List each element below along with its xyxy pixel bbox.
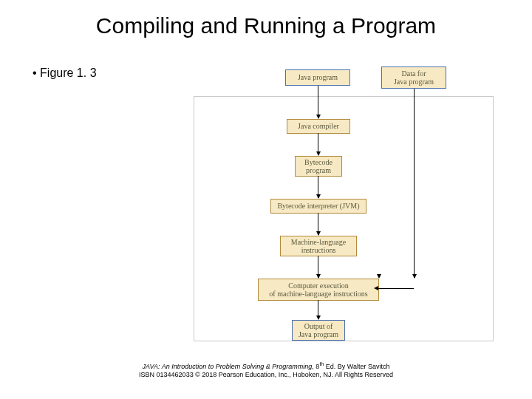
arrow-data	[414, 89, 415, 278]
footer: JAVA: An Introduction to Problem Solving…	[0, 361, 532, 380]
diagram-frame: Java compiler Bytecode program Bytecode …	[194, 96, 494, 341]
arrow-4	[318, 213, 318, 235]
arrow-data-horizontal	[378, 288, 414, 289]
box-bytecode: Bytecode program	[295, 156, 342, 177]
page-title: Compiling and Running a Program	[0, 13, 532, 38]
arrow-data-head	[374, 286, 378, 290]
box-output: Output of Java program	[292, 320, 345, 341]
box-interpreter: Bytecode interpreter (JVM)	[270, 199, 366, 214]
footer-book-title: JAVA: An Introduction to Problem Solving…	[143, 363, 313, 370]
arrow-1	[318, 86, 318, 118]
box-compiler: Java compiler	[287, 119, 350, 134]
footer-line2: ISBN 0134462033 © 2018 Pearson Education…	[0, 371, 532, 380]
footer-line1: JAVA: An Introduction to Problem Solving…	[0, 361, 532, 372]
arrow-3	[318, 176, 318, 198]
box-data-for: Data for Java program	[381, 66, 446, 89]
slide: Compiling and Running a Program Figure 1…	[0, 0, 532, 399]
bullet-figure: Figure 1. 3	[33, 66, 97, 80]
box-execution: Computer execution of machine-language i…	[258, 279, 379, 301]
box-machine-lang: Machine-language instructions	[280, 236, 357, 256]
arrow-5	[318, 256, 318, 278]
arrow-2	[318, 133, 318, 155]
box-java-program: Java program	[285, 69, 350, 86]
arrow-6	[318, 300, 318, 319]
